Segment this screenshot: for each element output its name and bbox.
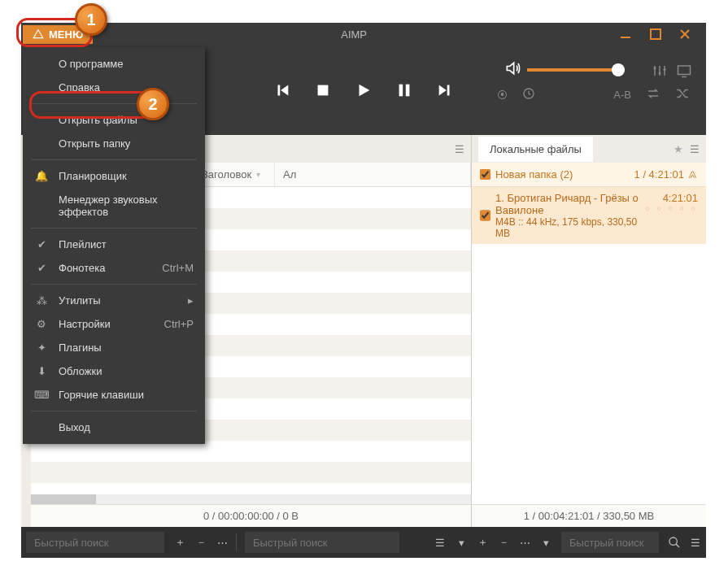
titlebar: МЕНЮ AIMP — [21, 23, 706, 46]
svg-point-5 — [654, 67, 656, 70]
shortcut-label: Ctrl+P — [164, 318, 194, 330]
next-button[interactable] — [436, 81, 454, 99]
search-input-left[interactable] — [26, 532, 164, 553]
display-icon[interactable] — [677, 63, 691, 80]
menu-about[interactable]: О программе — [23, 52, 205, 76]
svg-point-6 — [659, 72, 661, 75]
group-checkbox[interactable] — [480, 169, 490, 180]
skin-icon: ⬇ — [34, 365, 49, 377]
volume-slider[interactable] — [527, 68, 625, 72]
svg-rect-1 — [651, 29, 660, 39]
svg-rect-4 — [406, 85, 410, 97]
annotation-badge-2: 2 — [137, 88, 169, 120]
search-icon[interactable] — [664, 532, 685, 553]
volume-icon[interactable] — [504, 60, 521, 79]
collapse-icon[interactable]: ⩓ — [687, 168, 698, 181]
filter-icon[interactable]: ▾ — [256, 170, 260, 179]
svg-point-7 — [664, 68, 666, 71]
maximize-button[interactable] — [644, 26, 667, 42]
svg-rect-8 — [678, 66, 691, 75]
col-title[interactable]: Заголовок▾ — [194, 163, 275, 186]
previous-button[interactable] — [273, 81, 291, 99]
chevron-down-icon[interactable]: ▾ — [535, 532, 556, 553]
menu-hotkeys[interactable]: ⌨Горячие клавиши — [23, 383, 205, 407]
shuffle-icon[interactable] — [675, 86, 690, 103]
search-input-mid[interactable] — [245, 532, 399, 553]
menu-library[interactable]: ✔ФонотекаCtrl+M — [23, 256, 205, 280]
stop-button[interactable] — [314, 81, 332, 99]
tab-local-files[interactable]: Локальные файлы — [478, 137, 593, 162]
check-icon: ✔ — [34, 262, 49, 274]
play-button[interactable] — [355, 81, 373, 99]
menu-open-folder[interactable]: Открыть папку — [23, 132, 205, 155]
add-button[interactable]: ＋ — [472, 532, 493, 553]
menu-sfx-manager[interactable]: Менеджер звуковых эффектов — [23, 188, 205, 224]
ab-repeat-button[interactable]: A-B — [613, 89, 631, 101]
svg-rect-3 — [399, 85, 403, 97]
playlist-group-header[interactable]: Новая папка (2) 1 / 4:21:01 ⩓ — [472, 163, 706, 187]
menu-help[interactable]: Справка — [23, 76, 205, 99]
equalizer-icon[interactable] — [652, 63, 667, 80]
hamburger-icon[interactable]: ☰ — [685, 532, 706, 553]
group-meta: 1 / 4:21:01 — [634, 168, 684, 181]
plugin-icon: ✦ — [34, 342, 49, 354]
annotation-badge-1: 1 — [75, 3, 107, 36]
bottom-toolbar: ＋ － ⋯ ☰ ▾ ＋ － ⋯ ▾ ☰ — [21, 527, 706, 558]
scrollbar-thumb[interactable] — [31, 494, 96, 504]
utilities-icon: ⁂ — [34, 294, 49, 307]
menu-utilities[interactable]: ⁂Утилиты▸ — [23, 289, 205, 312]
close-button[interactable] — [674, 26, 696, 42]
svg-point-10 — [669, 537, 677, 545]
repeat-icon[interactable] — [646, 86, 660, 103]
track-info: M4B :: 44 kHz, 175 kbps, 330,50 MB — [495, 216, 646, 239]
svg-rect-0 — [621, 37, 630, 38]
shortcut-label: Ctrl+M — [162, 262, 194, 274]
track-title: 1. Бротиган Ричард - Грёзы о Вавилоне — [495, 192, 646, 216]
right-empty-body — [472, 244, 706, 504]
right-status: 1 / 00:04:21:01 / 330,50 MB — [472, 504, 706, 527]
horizontal-scrollbar[interactable] — [31, 494, 471, 504]
pause-button[interactable] — [395, 81, 413, 99]
remove-button[interactable]: － — [493, 532, 514, 553]
chevron-right-icon: ▸ — [188, 294, 194, 307]
hamburger-icon[interactable]: ☰ — [455, 143, 464, 155]
track-duration: 4:21:01 — [646, 192, 698, 204]
search-input-right[interactable] — [561, 532, 659, 553]
group-title: Новая папка (2) — [495, 168, 573, 181]
menu-scheduler[interactable]: 🔔Планировщик — [23, 164, 205, 188]
menu-plugins[interactable]: ✦Плагины — [23, 336, 205, 359]
menu-skins[interactable]: ⬇Обложки — [23, 359, 205, 383]
right-pane: Локальные файлы ★ ☰ Новая папка (2) 1 / … — [472, 135, 706, 527]
chevron-down-icon[interactable]: ▾ — [451, 532, 472, 553]
add-button[interactable]: ＋ — [169, 532, 190, 553]
mid-status: 0 / 00:00:00:00 / 0 B — [31, 504, 471, 527]
bell-icon: 🔔 — [34, 170, 49, 182]
list-icon[interactable]: ☰ — [429, 532, 451, 553]
track-checkbox[interactable] — [480, 192, 490, 239]
more-button[interactable]: ⋯ — [211, 532, 233, 553]
app-title: AIMP — [93, 28, 615, 41]
svg-rect-2 — [318, 85, 329, 96]
right-tabbar: Локальные файлы ★ ☰ — [472, 135, 706, 163]
minimize-button[interactable] — [615, 26, 638, 42]
remove-button[interactable]: － — [190, 532, 211, 553]
menu-playlist[interactable]: ✔Плейлист — [23, 233, 205, 256]
clock-icon[interactable] — [522, 87, 535, 102]
volume-thumb[interactable] — [612, 63, 625, 76]
hamburger-icon[interactable]: ☰ — [690, 143, 700, 155]
menu-open-files[interactable]: Открыть файлы — [23, 108, 205, 132]
radio-icon[interactable]: ⦿ — [497, 89, 508, 101]
col-album[interactable]: Ал — [275, 163, 471, 186]
gear-icon: ⚙ — [34, 318, 49, 330]
check-icon: ✔ — [34, 238, 49, 250]
star-icon[interactable]: ★ — [674, 143, 683, 155]
menu-exit[interactable]: Выход — [23, 416, 205, 439]
main-menu-dropdown: О программе Справка Открыть файлы Открыт… — [23, 47, 205, 444]
track-row[interactable]: 1. Бротиган Ричард - Грёзы о Вавилоне M4… — [472, 187, 706, 244]
triangle-warning-icon — [33, 28, 44, 40]
more-button[interactable]: ⋯ — [514, 532, 535, 553]
menu-settings[interactable]: ⚙НастройкиCtrl+P — [23, 312, 205, 336]
track-rating-dots[interactable]: ○ ○ ○ ○ ○ — [646, 204, 698, 212]
keyboard-icon: ⌨ — [34, 389, 49, 401]
